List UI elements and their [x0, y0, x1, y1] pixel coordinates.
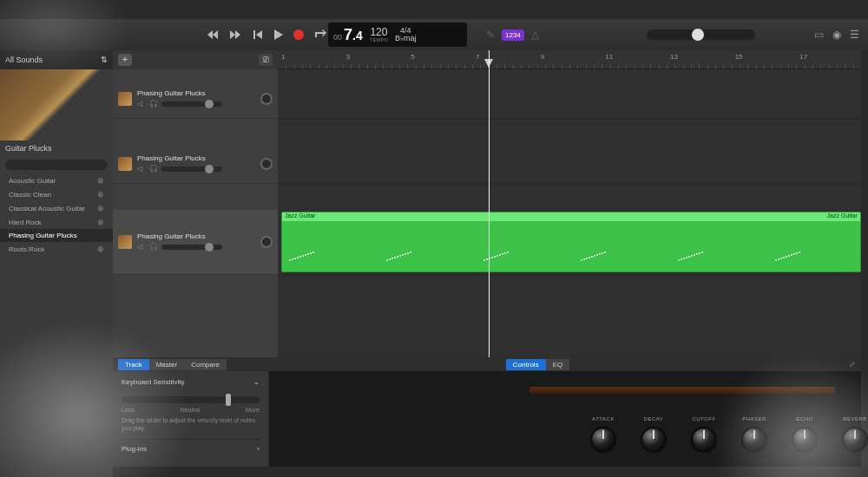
ruler-bar-label: 7	[476, 53, 479, 61]
topbar: 007.4 120TEMPO 4/4B♭maj ✎ 1234 △ ▭ ◉ ☰	[0, 19, 868, 50]
track-volume-slider[interactable]	[161, 101, 222, 107]
record-enable-button[interactable]	[260, 93, 273, 105]
expand-icon[interactable]: ⤢	[849, 360, 856, 369]
midi-region[interactable]: Jazz GuitarJazz Guitar	[281, 212, 861, 272]
add-track-button[interactable]: +	[118, 54, 132, 66]
mute-button[interactable]: ◁	[137, 243, 146, 252]
tab-master[interactable]: Master	[149, 359, 184, 370]
library-search[interactable]	[5, 160, 108, 170]
expand-icon: ⊕	[97, 176, 104, 185]
mute-button[interactable]: ◁	[137, 165, 146, 173]
toolbar-badges: ✎ 1234 △	[486, 29, 539, 41]
knob-dial[interactable]	[842, 427, 868, 453]
forward-button[interactable]	[229, 29, 241, 41]
tracks-area[interactable]: Jazz GuitarJazz Guitar	[278, 69, 861, 357]
track-volume-slider[interactable]	[161, 167, 222, 172]
tab-controls[interactable]: Controls	[506, 359, 546, 370]
knob-cutoff[interactable]: CUTOFF	[691, 416, 717, 453]
sensitivity-slider[interactable]	[122, 396, 260, 403]
track-header[interactable]: Phasing Guitar Plucks◁🎧	[113, 145, 278, 184]
library-item[interactable]: Hard Rock⊕	[0, 215, 113, 229]
track-view-button[interactable]: ⎚	[259, 54, 273, 66]
smart-controls-inspector: Keyboard Sensitivity⌄ LessNeutralMore Dr…	[113, 371, 269, 467]
record-button[interactable]	[293, 29, 304, 40]
track-lane[interactable]	[278, 80, 861, 119]
keyboard-sensitivity-row[interactable]: Keyboard Sensitivity⌄	[122, 378, 260, 386]
library-item[interactable]: Classical Acoustic Guitar⊕	[0, 201, 113, 215]
metronome-icon[interactable]: △	[531, 29, 539, 41]
knob-dial[interactable]	[792, 427, 818, 453]
go-to-start-button[interactable]	[252, 29, 264, 41]
ruler-bar-label: 17	[799, 53, 807, 61]
chevron-updown-icon: ⇅	[101, 56, 108, 64]
ruler-bar-label: 13	[670, 53, 678, 61]
track-header-column: + ⎚ Phasing Guitar Plucks◁🎧Phasing Guita…	[113, 50, 278, 357]
chevron-right-icon: ›	[257, 445, 260, 453]
knob-echo[interactable]: ECHO	[792, 416, 818, 453]
knob-label: PHASER	[741, 416, 767, 421]
library-item[interactable]: Classic Clean⊕	[0, 187, 113, 201]
knob-dial[interactable]	[590, 427, 616, 453]
track-lane[interactable]	[278, 145, 861, 184]
ruler-bar-label: 1	[281, 53, 285, 61]
tuner-icon[interactable]: ✎	[486, 29, 495, 41]
tab-eq[interactable]: EQ	[546, 359, 570, 370]
instrument-thumbnail	[0, 69, 113, 140]
expand-icon: ⊕	[97, 190, 104, 199]
knob-decay[interactable]: DECAY	[641, 416, 667, 453]
library-item[interactable]: Phasing Guitar Plucks	[0, 229, 113, 242]
rewind-button[interactable]	[207, 29, 219, 41]
cycle-button[interactable]	[314, 29, 326, 41]
track-name: Phasing Guitar Plucks	[137, 232, 255, 240]
loops-icon[interactable]: ◉	[832, 29, 841, 41]
play-button[interactable]	[274, 29, 283, 40]
tab-track[interactable]: Track	[118, 359, 149, 370]
tempo-display[interactable]: 120TEMPO	[370, 27, 388, 42]
timeline: 1357911131517 Jazz GuitarJazz Guitar	[278, 50, 861, 357]
track-volume-slider[interactable]	[161, 245, 222, 250]
track-header[interactable]: Phasing Guitar Plucks◁🎧	[113, 80, 278, 119]
record-enable-button[interactable]	[260, 236, 273, 248]
library-header[interactable]: All Sounds⇅	[0, 50, 113, 69]
library-list: Acoustic Guitar⊕Classic Clean⊕Classical …	[0, 173, 113, 256]
ruler[interactable]: 1357911131517	[278, 50, 861, 69]
knob-reverb[interactable]: REVERB	[842, 416, 868, 453]
track-icon	[118, 235, 132, 249]
knob-label: DECAY	[641, 416, 667, 421]
knob-phaser[interactable]: PHASER	[741, 416, 767, 453]
expand-icon: ⊕	[97, 245, 104, 253]
smart-controls-tabs: TrackMasterCompare ControlsEQ ⤢	[113, 357, 861, 371]
playhead-position: 007.4	[333, 26, 363, 44]
mute-button[interactable]: ◁	[137, 100, 146, 108]
master-volume-slider[interactable]	[647, 29, 755, 40]
solo-button[interactable]: 🎧	[149, 243, 158, 252]
library-item[interactable]: Roots Rock⊕	[0, 242, 113, 256]
track-header[interactable]: Phasing Guitar Plucks◁🎧	[113, 210, 278, 275]
solo-button[interactable]: 🎧	[149, 100, 158, 108]
library-panel: All Sounds⇅ Guitar Plucks Acoustic Guita…	[0, 50, 113, 477]
lcd-display[interactable]: 007.4 120TEMPO 4/4B♭maj	[328, 23, 467, 47]
ruler-bar-label: 9	[541, 53, 544, 61]
track-lane[interactable]: Jazz GuitarJazz Guitar	[278, 210, 861, 275]
notepad-icon[interactable]: ▭	[814, 29, 824, 41]
knob-attack[interactable]: ATTACK	[590, 416, 616, 453]
track-icon	[118, 157, 132, 171]
solo-button[interactable]: 🎧	[149, 165, 158, 173]
time-signature[interactable]: 4/4B♭maj	[395, 27, 417, 42]
smart-controls-panel: TrackMasterCompare ControlsEQ ⤢ Keyboard…	[113, 357, 861, 467]
record-enable-button[interactable]	[260, 158, 273, 170]
library-item[interactable]: Acoustic Guitar⊕	[0, 173, 113, 187]
knob-dial[interactable]	[641, 427, 667, 453]
knob-label: REVERB	[842, 416, 868, 421]
knob-dial[interactable]	[741, 427, 767, 453]
playhead[interactable]	[489, 50, 490, 357]
editors-icon[interactable]: ☰	[850, 29, 859, 41]
transport-controls	[207, 29, 326, 41]
track-name: Phasing Guitar Plucks	[137, 154, 255, 162]
plugins-row[interactable]: Plug-ins›	[122, 439, 260, 453]
count-in-badge[interactable]: 1234	[502, 29, 524, 41]
knob-dial[interactable]	[691, 427, 717, 453]
chevron-down-icon: ⌄	[253, 378, 260, 386]
tab-compare[interactable]: Compare	[184, 359, 227, 370]
region-name: Jazz Guitar	[827, 212, 858, 221]
